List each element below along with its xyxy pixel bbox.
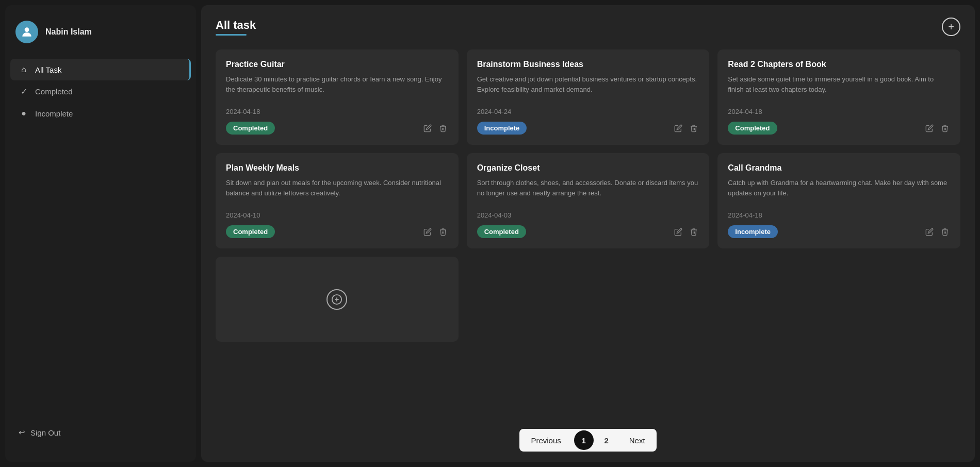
task-card: Plan Weekly Meals Sit down and plan out … — [216, 153, 459, 248]
task-title: Brainstorm Business Ideas — [477, 60, 699, 69]
task-date: 2024-04-18 — [728, 108, 950, 115]
task-footer: Completed — [477, 225, 699, 238]
avatar — [15, 21, 38, 43]
pagination-wrap: Previous 1 2 Next — [201, 421, 975, 462]
task-card: Read 2 Chapters of Book Set aside some q… — [717, 49, 960, 145]
task-footer: Incomplete — [477, 122, 699, 135]
sidebar: Nabin Islam ⌂ All Task ✓ Completed ● Inc… — [5, 5, 196, 462]
task-description: Get creative and jot down potential busi… — [477, 74, 699, 102]
task-date: 2024-04-03 — [477, 211, 699, 219]
sidebar-item-label: Incomplete — [35, 109, 73, 118]
info-icon: ● — [19, 109, 29, 118]
delete-button[interactable] — [940, 123, 950, 134]
status-badge[interactable]: Incomplete — [728, 225, 778, 238]
sidebar-item-completed[interactable]: ✓ Completed — [10, 80, 191, 103]
sidebar-item-incomplete[interactable]: ● Incomplete — [10, 103, 191, 124]
edit-button[interactable] — [924, 123, 935, 134]
task-card: Brainstorm Business Ideas Get creative a… — [467, 49, 710, 145]
signout-button[interactable]: ↩ Sign Out — [15, 424, 186, 441]
page-1-button[interactable]: 1 — [574, 430, 594, 450]
status-badge[interactable]: Completed — [477, 225, 526, 238]
status-badge[interactable]: Completed — [226, 122, 275, 135]
main-content: All task + Practice Guitar Dedicate 30 m… — [201, 5, 975, 462]
page-2-button[interactable]: 2 — [597, 430, 616, 450]
title-underline — [216, 34, 247, 36]
page-title: All task — [216, 19, 256, 32]
delete-button[interactable] — [438, 227, 448, 237]
edit-button[interactable] — [924, 227, 935, 237]
delete-button[interactable] — [438, 123, 448, 134]
delete-button[interactable] — [689, 227, 699, 237]
task-footer: Completed — [728, 122, 950, 135]
task-description: Catch up with Grandma for a heartwarming… — [728, 178, 950, 205]
edit-button[interactable] — [673, 123, 683, 134]
sidebar-item-label: Completed — [35, 87, 73, 96]
delete-button[interactable] — [689, 123, 699, 134]
sidebar-item-all-task[interactable]: ⌂ All Task — [10, 59, 191, 80]
task-actions — [422, 227, 448, 237]
task-actions — [673, 123, 699, 134]
signout-icon: ↩ — [19, 428, 25, 437]
task-date: 2024-04-24 — [477, 108, 699, 115]
task-grid: Practice Guitar Dedicate 30 minutes to p… — [201, 44, 975, 421]
edit-button[interactable] — [422, 123, 433, 134]
task-footer: Completed — [226, 122, 448, 135]
task-title: Call Grandma — [728, 163, 950, 173]
svg-point-0 — [25, 27, 29, 32]
task-title: Read 2 Chapters of Book — [728, 60, 950, 69]
page-title-wrap: All task — [216, 19, 256, 36]
sidebar-item-label: All Task — [35, 65, 61, 74]
task-card: Practice Guitar Dedicate 30 minutes to p… — [216, 49, 459, 145]
username-label: Nabin Islam — [45, 27, 92, 37]
status-badge[interactable]: Completed — [728, 122, 777, 135]
task-title: Plan Weekly Meals — [226, 163, 448, 173]
task-card: Organize Closet Sort through clothes, sh… — [467, 153, 710, 248]
task-footer: Incomplete — [728, 225, 950, 238]
task-actions — [924, 123, 950, 134]
sidebar-nav: ⌂ All Task ✓ Completed ● Incomplete — [5, 59, 196, 413]
task-title: Practice Guitar — [226, 60, 448, 69]
task-description: Set aside some quiet time to immerse you… — [728, 74, 950, 102]
task-date: 2024-04-10 — [226, 211, 448, 219]
signout-label: Sign Out — [30, 428, 60, 437]
edit-button[interactable] — [673, 227, 683, 237]
user-profile: Nabin Islam — [5, 15, 196, 59]
task-actions — [673, 227, 699, 237]
next-button[interactable]: Next — [618, 431, 657, 450]
previous-button[interactable]: Previous — [519, 431, 572, 450]
task-description: Dedicate 30 minutes to practice guitar c… — [226, 74, 448, 102]
task-actions — [422, 123, 448, 134]
task-date: 2024-04-18 — [226, 108, 448, 115]
home-icon: ⌂ — [19, 65, 29, 74]
check-icon: ✓ — [19, 87, 29, 96]
main-header: All task + — [201, 5, 975, 44]
status-badge[interactable]: Completed — [226, 225, 275, 238]
delete-button[interactable] — [940, 227, 950, 237]
task-card: Call Grandma Catch up with Grandma for a… — [717, 153, 960, 248]
status-badge[interactable]: Incomplete — [477, 122, 527, 135]
pagination: Previous 1 2 Next — [519, 429, 656, 452]
add-task-card[interactable] — [216, 257, 459, 342]
task-actions — [924, 227, 950, 237]
task-date: 2024-04-18 — [728, 211, 950, 219]
edit-button[interactable] — [422, 227, 433, 237]
task-title: Organize Closet — [477, 163, 699, 173]
task-description: Sort through clothes, shoes, and accesso… — [477, 178, 699, 205]
task-description: Sit down and plan out meals for the upco… — [226, 178, 448, 205]
add-card-icon — [326, 289, 347, 310]
sidebar-bottom: ↩ Sign Out — [5, 413, 196, 452]
task-footer: Completed — [226, 225, 448, 238]
add-task-header-button[interactable]: + — [942, 18, 960, 36]
